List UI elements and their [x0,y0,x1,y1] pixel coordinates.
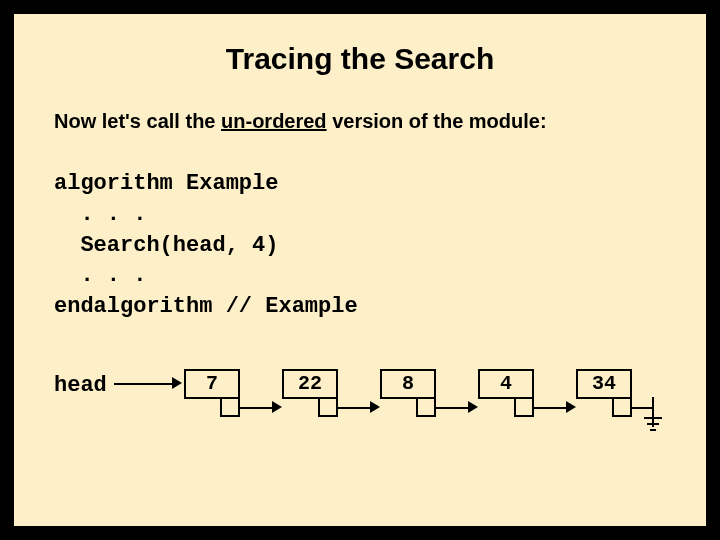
slide-title: Tracing the Search [54,42,666,76]
code-l2: . . . [54,202,146,227]
arrow-link [338,407,372,409]
slide: Tracing the Search Now let's call the un… [12,12,708,528]
arrowhead-icon [272,401,282,413]
null-cross-icon [644,417,662,419]
node-pointer-box [220,397,240,417]
arrow-link [436,407,470,409]
node-pointer-box [416,397,436,417]
code-l4: . . . [54,263,146,288]
arrowhead-icon [172,377,182,389]
arrowhead-icon [370,401,380,413]
arrowhead-icon [468,401,478,413]
intro-pre: Now let's call the [54,110,221,132]
nodes-row: 7 22 8 4 34 [184,369,632,417]
arrow-link [240,407,274,409]
list-node: 34 [576,369,632,417]
node-pointer-box [318,397,338,417]
node-value: 8 [380,369,436,399]
node-value: 22 [282,369,338,399]
code-l3: Search(head, 4) [54,233,278,258]
intro-text: Now let's call the un-ordered version of… [54,110,666,133]
null-cross-icon [650,429,656,431]
arrowhead-icon [566,401,576,413]
list-node: 7 [184,369,240,417]
node-value: 4 [478,369,534,399]
null-cross-icon [647,423,659,425]
null-lead [632,407,652,409]
intro-post: version of the module: [327,110,547,132]
list-node: 8 [380,369,436,417]
arrow-link [534,407,568,409]
arrow-head-to-node [114,383,174,385]
list-node: 4 [478,369,534,417]
list-node: 22 [282,369,338,417]
code-l1: algorithm Example [54,171,278,196]
node-pointer-box [612,397,632,417]
node-value: 34 [576,369,632,399]
node-pointer-box [514,397,534,417]
node-value: 7 [184,369,240,399]
linked-list-diagram: head 7 22 8 4 34 [54,369,666,449]
code-l5: endalgorithm // Example [54,294,358,319]
code-block: algorithm Example . . . Search(head, 4) … [54,169,666,323]
head-label: head [54,373,107,398]
intro-underlined: un-ordered [221,110,327,132]
